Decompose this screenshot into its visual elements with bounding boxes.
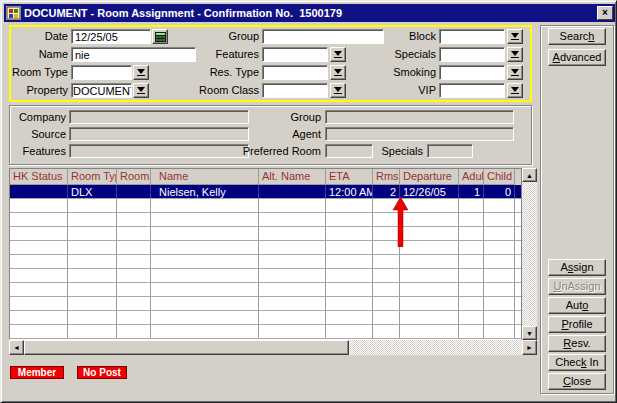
cell-hk_status bbox=[10, 283, 68, 296]
column-header-departure[interactable]: Departure bbox=[400, 169, 459, 185]
cell-alt_name bbox=[259, 241, 326, 254]
advanced-button[interactable]: Advanced bbox=[548, 49, 606, 66]
cell-departure bbox=[400, 311, 459, 324]
chevron-down-icon bbox=[511, 87, 519, 92]
grid-row-selected[interactable]: DLXNielsen, Kelly12:00 AM212/26/0510 bbox=[10, 185, 521, 199]
grid-row-empty[interactable] bbox=[10, 213, 521, 227]
agent-field bbox=[325, 127, 514, 141]
grid-header: HK StatusRoom TypeRoomNameAlt. NameETARm… bbox=[10, 169, 521, 185]
grid-main[interactable]: HK StatusRoom TypeRoomNameAlt. NameETARm… bbox=[9, 168, 522, 340]
cell-rms bbox=[373, 325, 400, 338]
vertical-scroll-track[interactable] bbox=[522, 182, 537, 326]
column-header-rms[interactable]: Rms bbox=[373, 169, 400, 185]
titlebar[interactable]: DOCUMENT - Room Assignment - Confirmatio… bbox=[4, 4, 615, 22]
grid-body: DLXNielsen, Kelly12:00 AM212/26/0510 bbox=[10, 185, 521, 339]
cell-departure bbox=[400, 325, 459, 338]
date-field[interactable]: 12/25/05 bbox=[71, 29, 151, 44]
cell-child bbox=[484, 199, 515, 212]
profile-button[interactable]: Profile bbox=[548, 316, 606, 333]
cell-alt_name bbox=[259, 199, 326, 212]
cell-child bbox=[484, 241, 515, 254]
cell-room_type bbox=[68, 227, 117, 240]
cell-eta bbox=[326, 227, 373, 240]
features-field[interactable] bbox=[262, 47, 328, 62]
grid-row-empty[interactable] bbox=[10, 199, 521, 213]
vip-dropdown-button[interactable] bbox=[507, 83, 523, 98]
cell-room bbox=[117, 311, 151, 324]
chevron-down-icon bbox=[137, 69, 145, 74]
grid-row-empty[interactable] bbox=[10, 269, 521, 283]
cell-alt_name bbox=[259, 283, 326, 296]
smoking-dropdown-button[interactable] bbox=[507, 65, 523, 80]
search-button[interactable]: Search bbox=[548, 28, 606, 45]
scroll-right-icon[interactable]: ► bbox=[522, 340, 537, 355]
info-features-field bbox=[69, 144, 249, 158]
assign-button[interactable]: Assign bbox=[548, 259, 606, 276]
block-field[interactable] bbox=[439, 29, 505, 44]
cell-name bbox=[151, 199, 259, 212]
scroll-down-icon[interactable]: ▼ bbox=[522, 326, 537, 340]
column-header-adult[interactable]: Adult bbox=[459, 169, 484, 185]
property-dropdown-button[interactable] bbox=[133, 83, 149, 98]
res-type-field[interactable] bbox=[262, 65, 328, 80]
cell-hk_status bbox=[10, 227, 68, 240]
group-field[interactable] bbox=[262, 29, 384, 44]
scroll-up-icon[interactable]: ▲ bbox=[522, 168, 537, 182]
grid-row-empty[interactable] bbox=[10, 283, 521, 297]
date-label: Date bbox=[9, 29, 68, 44]
smoking-field[interactable] bbox=[439, 65, 505, 80]
cell-adult: 1 bbox=[459, 185, 484, 198]
resv-button[interactable]: Resv. bbox=[548, 335, 606, 352]
chevron-down-icon bbox=[511, 33, 519, 38]
cell-room_type bbox=[68, 297, 117, 310]
room-type-dropdown-button[interactable] bbox=[133, 65, 149, 80]
grid-row-empty[interactable] bbox=[10, 311, 521, 325]
cell-name bbox=[151, 269, 259, 282]
room-type-field[interactable] bbox=[71, 65, 132, 80]
vip-label: VIP bbox=[381, 83, 436, 98]
cell-eta bbox=[326, 297, 373, 310]
specials-field[interactable] bbox=[439, 47, 505, 62]
horizontal-scroll-thumb[interactable] bbox=[24, 340, 349, 355]
column-header-name[interactable]: Name bbox=[151, 169, 259, 185]
vertical-scrollbar[interactable]: ▲ ▼ bbox=[522, 168, 537, 340]
res-type-dropdown-button[interactable] bbox=[330, 65, 346, 80]
room-class-label: Room Class bbox=[197, 83, 259, 98]
block-dropdown-button[interactable] bbox=[507, 29, 523, 44]
column-header-child[interactable]: Child bbox=[484, 169, 515, 185]
room-class-field[interactable] bbox=[262, 83, 328, 98]
specials-dropdown-button[interactable] bbox=[507, 47, 523, 62]
group-label: Group bbox=[197, 29, 259, 44]
horizontal-scroll-track[interactable] bbox=[24, 340, 522, 355]
check-in-button[interactable]: Check In bbox=[548, 354, 606, 371]
close-button[interactable]: Close bbox=[548, 373, 606, 390]
cell-child bbox=[484, 297, 515, 310]
cell-hk_status bbox=[10, 297, 68, 310]
cell-room bbox=[117, 297, 151, 310]
vip-field[interactable] bbox=[439, 83, 505, 98]
cell-eta bbox=[326, 325, 373, 338]
column-header-eta[interactable]: ETA bbox=[326, 169, 373, 185]
column-header-hk_status[interactable]: HK Status bbox=[10, 169, 68, 185]
name-field[interactable]: nie bbox=[71, 47, 196, 62]
column-header-room[interactable]: Room bbox=[117, 169, 151, 185]
cell-room_type bbox=[68, 213, 117, 226]
features-dropdown-button[interactable] bbox=[330, 47, 346, 62]
calendar-button[interactable] bbox=[152, 29, 168, 44]
grid-row-empty[interactable] bbox=[10, 255, 521, 269]
auto-button[interactable]: Auto bbox=[548, 297, 606, 314]
scroll-left-icon[interactable]: ◄ bbox=[9, 340, 24, 355]
column-header-alt_name[interactable]: Alt. Name bbox=[259, 169, 326, 185]
grid-row-empty[interactable] bbox=[10, 325, 521, 339]
close-icon[interactable]: × bbox=[597, 6, 613, 20]
column-header-room_type[interactable]: Room Type bbox=[68, 169, 117, 185]
room-class-dropdown-button[interactable] bbox=[330, 83, 346, 98]
cell-room_type: DLX bbox=[68, 185, 117, 198]
property-field[interactable]: DOCUMENT bbox=[71, 83, 132, 98]
cell-departure bbox=[400, 255, 459, 268]
grid-row-empty[interactable] bbox=[10, 241, 521, 255]
grid-row-empty[interactable] bbox=[10, 227, 521, 241]
horizontal-scrollbar[interactable]: ◄ ► bbox=[9, 340, 537, 355]
grid-row-empty[interactable] bbox=[10, 297, 521, 311]
cell-room_type bbox=[68, 269, 117, 282]
